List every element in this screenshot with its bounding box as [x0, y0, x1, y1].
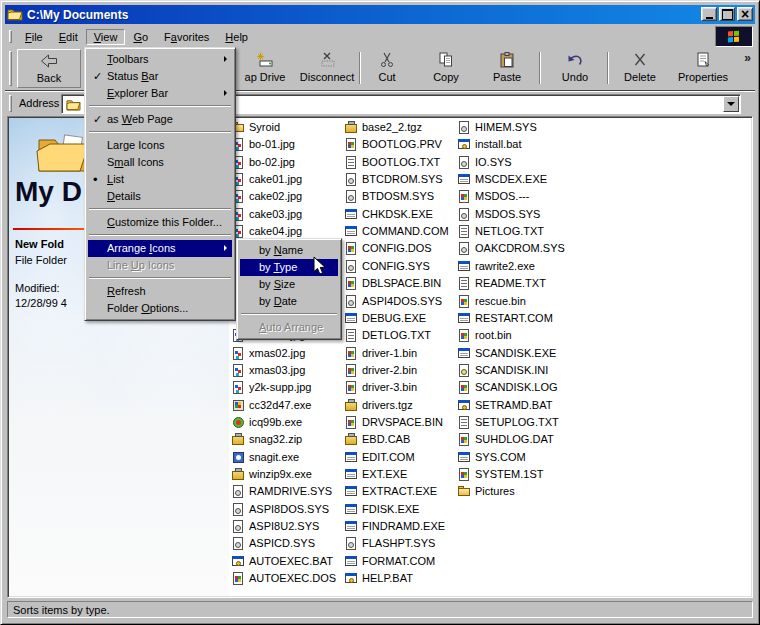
menu-item-arrange-icons[interactable]: Arrange Icons	[88, 240, 232, 257]
file-name: SETUPLOG.TXT	[475, 416, 559, 429]
file-name: AUTOEXEC.BAT	[249, 555, 333, 568]
file-name: EBD.CAB	[362, 433, 410, 446]
menubar-items: FileEditViewGoFavoritesHelp	[17, 26, 256, 47]
close-button[interactable]	[737, 7, 753, 21]
file-name: MSCDEX.EXE	[475, 173, 547, 186]
view-menu: Toolbars✓Status BarExplorer Bar✓as Web P…	[84, 47, 236, 321]
toolbar-button-undo[interactable]: Undo	[549, 49, 601, 88]
minimize-button[interactable]	[701, 7, 717, 21]
menu-item-explorer-bar[interactable]: Explorer Bar	[88, 85, 232, 102]
dos-icon	[458, 451, 471, 464]
menu-item-details[interactable]: Details	[88, 188, 232, 205]
checkmark-icon: ✓	[93, 68, 105, 85]
status-panel: Sorts items by type.	[7, 601, 753, 618]
title-bar[interactable]: C:\My Documents	[5, 5, 755, 24]
toolbar-overflow-chevron-icon[interactable]: »	[744, 51, 751, 65]
doc-icon	[232, 572, 245, 585]
checkmark-icon: ✓	[93, 111, 105, 128]
dos-icon	[458, 312, 471, 325]
file-name: MSDOS.---	[475, 190, 529, 203]
menu-separator	[89, 231, 231, 240]
file-name: root.bin	[475, 329, 512, 342]
toolbar-button-label: Disconnect	[297, 71, 357, 84]
windows-flag-icon	[728, 30, 740, 43]
sys-icon	[232, 520, 245, 533]
menu-item-toolbars[interactable]: Toolbars	[88, 51, 232, 68]
toolbar-button-map-drive[interactable]: ap Drive	[235, 49, 295, 88]
file-name: SCANDISK.INI	[475, 364, 548, 377]
radio-bullet-icon: •	[93, 171, 105, 188]
menu-item-refresh[interactable]: Refresh	[88, 283, 232, 300]
toolbar-button-label: Undo	[549, 71, 601, 84]
addressbar-grip[interactable]	[9, 95, 12, 112]
file-name: SCANDISK.LOG	[475, 381, 558, 394]
file-name: driver-2.bin	[362, 364, 417, 377]
menu-item-large-icons[interactable]: Large Icons	[88, 137, 232, 154]
submenu-item-by-date[interactable]: by Date	[240, 293, 338, 310]
doc-icon	[458, 468, 471, 481]
paste-icon	[479, 51, 535, 71]
menu-item-status-bar[interactable]: ✓Status Bar	[88, 68, 232, 85]
dos-icon	[345, 225, 358, 238]
status-text: Sorts items by type.	[13, 604, 110, 616]
menubar-item-file[interactable]: File	[17, 29, 51, 45]
file-name: HELP.BAT	[362, 572, 413, 585]
menubar-item-view[interactable]: View	[86, 29, 126, 45]
toolbar-button-delete[interactable]: Delete	[613, 49, 667, 88]
dos-icon	[458, 173, 471, 186]
toolbar-button-paste[interactable]: Paste	[479, 49, 535, 88]
menu-item-customize-this-folder[interactable]: Customize this Folder...	[88, 214, 232, 231]
file-name: DETLOG.TXT	[362, 329, 431, 342]
maximize-button[interactable]	[719, 7, 735, 21]
txt-icon	[458, 416, 471, 429]
image-icon	[232, 364, 245, 377]
address-dropdown-button[interactable]	[723, 96, 739, 112]
toolbar-button-cut[interactable]: Cut	[363, 49, 411, 88]
menubar-item-favorites[interactable]: Favorites	[156, 29, 217, 45]
toolbar-button-copy[interactable]: Copy	[417, 49, 475, 88]
explorer-window: C:\My Documents FileEditViewGoFavoritesH…	[0, 0, 760, 625]
doc-icon	[458, 190, 471, 203]
sys-icon	[232, 503, 245, 516]
menubar-item-help[interactable]: Help	[217, 29, 256, 45]
file-name: FORMAT.COM	[362, 555, 435, 568]
menu-bar: FileEditViewGoFavoritesHelp	[5, 26, 755, 47]
file-name: RESTART.COM	[475, 312, 553, 325]
dos-icon	[345, 485, 358, 498]
toolbar-separator	[539, 52, 541, 84]
menubar-item-edit[interactable]: Edit	[51, 29, 86, 45]
disconnect-icon	[297, 51, 357, 71]
file-name: ASPI8DOS.SYS	[249, 503, 329, 516]
file-name: FDISK.EXE	[362, 503, 419, 516]
file-name: CONFIG.SYS	[362, 260, 430, 273]
toolbar-button-disconnect[interactable]: Disconnect	[297, 49, 357, 88]
cut-icon	[363, 51, 411, 71]
menu-item-folder-options[interactable]: Folder Options...	[88, 300, 232, 317]
file-name: Syroid	[249, 121, 280, 134]
menubar-grip[interactable]	[9, 30, 12, 43]
toolbar-button-properties[interactable]: Properties	[669, 49, 737, 88]
file-name: EXTRACT.EXE	[362, 485, 437, 498]
doc-icon	[458, 329, 471, 342]
submenu-item-by-size[interactable]: by Size	[240, 276, 338, 293]
folder-icon	[7, 7, 23, 23]
properties-icon	[669, 51, 737, 71]
file-name: ASPI4DOS.SYS	[362, 295, 442, 308]
dos-icon	[345, 503, 358, 516]
app-snagit-icon	[232, 451, 245, 464]
menu-item-small-icons[interactable]: Small Icons	[88, 154, 232, 171]
file-name: base2_2.tgz	[362, 121, 422, 134]
menubar-item-go[interactable]: Go	[125, 29, 156, 45]
file-name: FLASHPT.SYS	[362, 537, 435, 550]
file-name: CHKDSK.EXE	[362, 208, 433, 221]
txt-icon	[458, 225, 471, 238]
file-name: bo-02.jpg	[249, 156, 295, 169]
file-name: EDIT.COM	[362, 451, 415, 464]
sys-icon	[345, 173, 358, 186]
menu-item-as-web-page[interactable]: ✓as Web Page	[88, 111, 232, 128]
toolbar-button-back[interactable]: Back	[17, 49, 81, 88]
toolbar-grip[interactable]	[9, 51, 12, 86]
menu-item-list[interactable]: •List	[88, 171, 232, 188]
toolbar-button-label: Paste	[479, 71, 535, 84]
sys-icon	[345, 190, 358, 203]
